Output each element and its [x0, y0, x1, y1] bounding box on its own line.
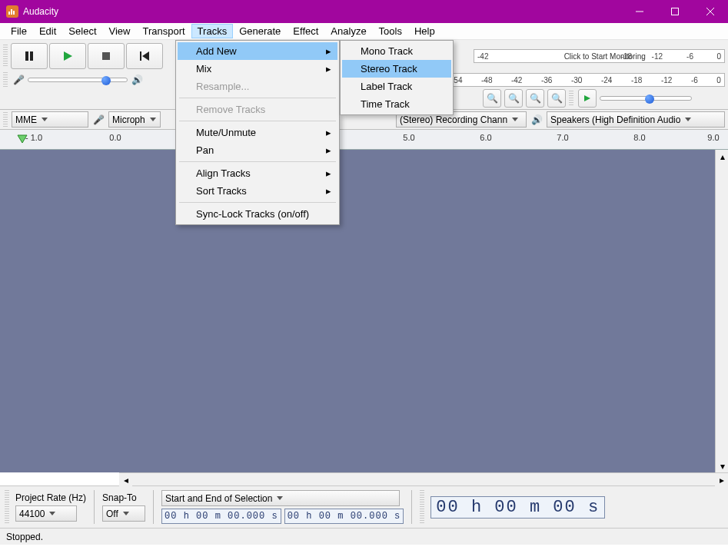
submenu-time-track[interactable]: Time Track: [342, 95, 451, 113]
status-bar: Stopped.: [0, 528, 728, 545]
toolbar-grip[interactable]: [3, 72, 8, 88]
menu-pan[interactable]: Pan▸: [178, 141, 337, 159]
menu-effect[interactable]: Effect: [287, 24, 324, 38]
svg-marker-6: [64, 51, 72, 61]
play-button[interactable]: [49, 43, 86, 69]
vertical-scrollbar[interactable]: ▴ ▾: [715, 150, 728, 472]
fit-selection-button[interactable]: 🔍: [526, 89, 544, 108]
horizontal-scrollbar[interactable]: ◂ ▸: [119, 472, 728, 485]
track-area[interactable]: ▴ ▾: [0, 150, 728, 472]
close-button[interactable]: [693, 0, 728, 23]
menu-view[interactable]: View: [103, 24, 137, 38]
pause-button[interactable]: [11, 43, 48, 69]
tracks-menu-popup: Add New▸ Mix▸ Resample... Remove Tracks …: [175, 40, 340, 225]
rec-volume-slider[interactable]: [28, 78, 128, 82]
selection-end-time[interactable]: 00 h 00 m 00.000 s: [284, 509, 404, 524]
menu-add-new[interactable]: Add New▸: [178, 42, 337, 60]
zoom-in-button[interactable]: 🔍: [483, 89, 501, 108]
playback-meter[interactable]: -54 -48 -42 -36 -30 -24 -18 -12 -6 0: [447, 73, 725, 87]
svg-marker-9: [142, 51, 149, 61]
mic-icon: 🎤: [91, 114, 106, 125]
meter-tick: -42: [477, 52, 488, 61]
play-device-combo[interactable]: Speakers (High Definition Audio: [547, 111, 725, 128]
record-meter[interactable]: -42 Click to Start Monitoring -18 -12 -6…: [474, 49, 725, 63]
title-bar: Audacity: [0, 0, 728, 23]
speaker-icon: 🔊: [129, 75, 145, 85]
selection-start-time[interactable]: 00 h 00 m 00.000 s: [161, 509, 281, 524]
submenu-stereo-track[interactable]: Stereo Track: [342, 60, 451, 78]
minimize-button[interactable]: [622, 0, 657, 23]
svg-rect-4: [25, 51, 28, 61]
menu-bar: File Edit Select View Transport Tracks G…: [0, 23, 728, 40]
skip-start-button[interactable]: [126, 43, 163, 69]
toolbar-grip[interactable]: [569, 91, 573, 106]
menu-tools[interactable]: Tools: [373, 24, 408, 38]
snap-to-label: Snap-To: [102, 492, 145, 503]
submenu-label-track[interactable]: Label Track: [342, 78, 451, 95]
menu-sort-tracks[interactable]: Sort Tracks▸: [178, 182, 337, 200]
app-icon: [6, 5, 18, 18]
menu-mix[interactable]: Mix▸: [178, 60, 337, 78]
svg-rect-8: [140, 51, 141, 61]
toolbar-grip[interactable]: [3, 112, 8, 128]
fit-project-button[interactable]: 🔍: [547, 89, 566, 108]
toolbar-grip[interactable]: [420, 490, 424, 524]
add-new-submenu: Mono Track Stereo Track Label Track Time…: [340, 40, 454, 115]
status-text: Stopped.: [6, 532, 43, 542]
svg-rect-1: [672, 8, 679, 15]
menu-file[interactable]: File: [5, 24, 33, 38]
submenu-mono-track[interactable]: Mono Track: [342, 42, 451, 60]
menu-resample[interactable]: Resample...: [178, 78, 337, 95]
menu-help[interactable]: Help: [408, 24, 441, 38]
menu-mute-unmute[interactable]: Mute/Unmute▸: [178, 124, 337, 141]
rec-device-combo[interactable]: Microph: [108, 111, 161, 128]
svg-marker-10: [584, 95, 590, 101]
speaker-icon: 🔊: [529, 114, 544, 125]
zoom-out-button[interactable]: 🔍: [504, 89, 523, 108]
scroll-up-icon[interactable]: ▴: [716, 150, 728, 163]
scroll-left-icon[interactable]: ◂: [119, 473, 132, 486]
stop-button[interactable]: [88, 43, 125, 69]
maximize-button[interactable]: [657, 0, 693, 23]
play-speed-slider[interactable]: [600, 96, 692, 101]
selection-mode-combo[interactable]: Start and End of Selection: [161, 490, 400, 506]
snap-to-combo[interactable]: Off: [102, 505, 145, 522]
menu-transport[interactable]: Transport: [136, 24, 191, 38]
menu-select[interactable]: Select: [62, 24, 102, 38]
svg-rect-7: [102, 52, 110, 60]
audio-position-time[interactable]: 00 h 00 m 00 s: [430, 496, 605, 519]
toolbar-grip[interactable]: [3, 45, 8, 68]
audio-host-combo[interactable]: MME: [12, 111, 88, 128]
scroll-right-icon[interactable]: ▸: [715, 473, 728, 486]
play-at-speed-button[interactable]: [578, 89, 597, 108]
menu-tracks[interactable]: Tracks: [191, 24, 234, 38]
project-rate-combo[interactable]: 44100: [15, 505, 77, 522]
menu-generate[interactable]: Generate: [233, 24, 287, 38]
menu-align-tracks[interactable]: Align Tracks▸: [178, 164, 337, 182]
svg-rect-5: [30, 51, 33, 61]
window-title: Audacity: [23, 6, 622, 17]
toolbar-grip[interactable]: [5, 490, 9, 524]
timeline-ruler[interactable]: - 1.0 0.0 4.0 5.0 6.0 7.0 8.0 9.0: [0, 130, 728, 150]
menu-remove-tracks[interactable]: Remove Tracks: [178, 101, 337, 118]
project-rate-label: Project Rate (Hz): [15, 492, 86, 503]
menu-analyze[interactable]: Analyze: [324, 24, 372, 38]
mic-icon: 🎤: [11, 75, 26, 85]
scroll-down-icon[interactable]: ▾: [716, 459, 728, 472]
menu-edit[interactable]: Edit: [33, 24, 62, 38]
menu-sync-lock[interactable]: Sync-Lock Tracks (on/off): [178, 205, 337, 223]
